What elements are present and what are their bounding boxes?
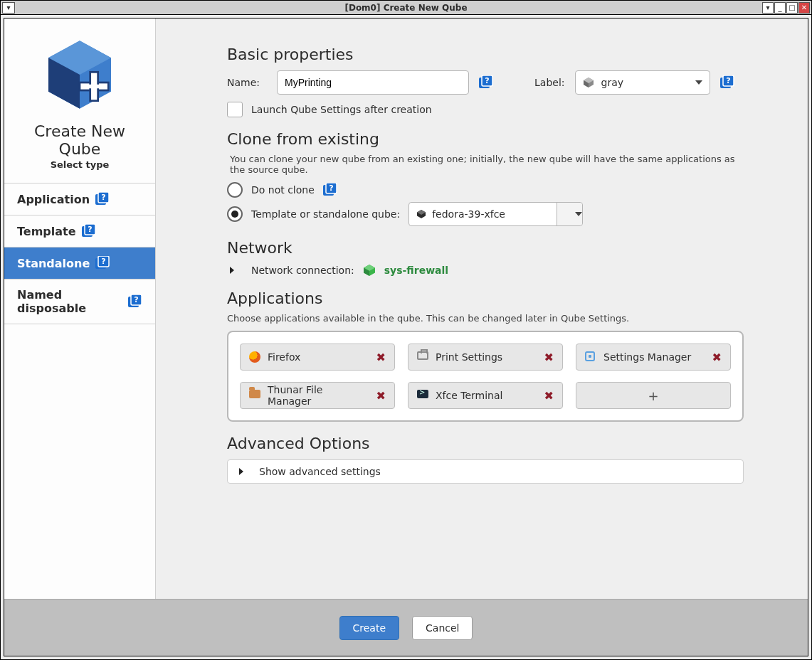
settings-icon xyxy=(585,351,596,363)
apps-heading: Applications xyxy=(227,289,744,307)
dropdown-button[interactable] xyxy=(557,203,582,225)
chevron-down-icon xyxy=(575,212,582,216)
svg-text:?: ? xyxy=(726,76,730,85)
remove-icon[interactable]: ✖ xyxy=(376,389,386,403)
app-chip-settings-manager[interactable]: Settings Manager✖ xyxy=(576,344,731,371)
clone-heading: Clone from existing xyxy=(227,130,744,148)
app-chip-label: Xfce Terminal xyxy=(436,390,502,401)
basic-heading: Basic properties xyxy=(227,46,744,63)
network-label: Network connection: xyxy=(251,265,354,276)
minimize-button[interactable]: _ xyxy=(774,2,786,14)
remove-icon[interactable]: ✖ xyxy=(544,389,554,403)
name-label: Name: xyxy=(227,77,267,88)
app-add-button[interactable]: + xyxy=(576,382,731,409)
window-frame: ▾ [Dom0] Create New Qube ▾ _ □ ✕ xyxy=(0,0,812,660)
shade-button[interactable]: ▾ xyxy=(762,2,774,14)
workspace: Create New Qube Select type Application?… xyxy=(4,18,808,656)
type-item-template[interactable]: Template? xyxy=(4,215,155,247)
app-chip-label: Firefox xyxy=(268,351,300,363)
label-select[interactable]: gray xyxy=(575,70,710,95)
cube-icon xyxy=(416,209,426,219)
sidebar: Create New Qube Select type Application?… xyxy=(4,18,156,599)
close-button[interactable]: ✕ xyxy=(798,2,810,14)
terminal-icon xyxy=(417,390,428,401)
chevron-down-icon xyxy=(695,80,702,85)
remove-icon[interactable]: ✖ xyxy=(712,351,722,364)
help-icon[interactable]: ? xyxy=(128,294,142,309)
radio-checked-icon xyxy=(227,206,243,222)
clone-hint: You can clone your new qube from an exis… xyxy=(230,154,744,175)
print-icon xyxy=(417,351,428,363)
sidebar-title: Create New Qube xyxy=(11,122,148,158)
app-chip-print-settings[interactable]: Print Settings✖ xyxy=(408,344,563,371)
folder-icon xyxy=(249,390,260,401)
content-pane: Basic properties Name: ? Label: gray ? xyxy=(156,18,808,599)
clone-source-value: fedora-39-xfce xyxy=(432,208,505,220)
checkbox-icon xyxy=(227,102,243,117)
help-icon[interactable]: ? xyxy=(720,75,734,90)
svg-rect-6 xyxy=(92,74,96,99)
type-item-application[interactable]: Application? xyxy=(4,183,155,215)
launch-settings-label: Launch Qube Settings after creation xyxy=(251,104,432,115)
svg-text:?: ? xyxy=(88,225,92,234)
svg-text:?: ? xyxy=(329,183,333,193)
type-item-standalone[interactable]: Standalone? xyxy=(4,247,155,280)
clone-none-label: Do not clone xyxy=(251,184,315,196)
titlebar[interactable]: ▾ [Dom0] Create New Qube ▾ _ □ ✕ xyxy=(1,1,811,15)
type-item-named-disposable[interactable]: Named disposable? xyxy=(4,280,155,324)
clone-none-radio[interactable]: Do not clone ? xyxy=(227,182,744,198)
name-input[interactable] xyxy=(277,70,469,95)
window-menu-icon[interactable]: ▾ xyxy=(2,2,15,14)
svg-text:?: ? xyxy=(485,76,489,85)
chevron-right-icon[interactable] xyxy=(227,265,243,275)
advanced-toggle-label: Show advanced settings xyxy=(259,466,381,477)
svg-text:?: ? xyxy=(134,295,138,304)
type-item-label: Standalone xyxy=(17,257,90,270)
sidebar-hero: Create New Qube Select type xyxy=(4,18,155,183)
label-value: gray xyxy=(601,77,624,88)
label-label: Label: xyxy=(534,77,565,88)
footer: Create Cancel xyxy=(4,599,808,656)
app-chip-label: Settings Manager xyxy=(603,351,691,363)
apps-container: Firefox✖Print Settings✖Settings Manager✖… xyxy=(227,331,744,422)
help-icon[interactable]: ? xyxy=(95,256,110,270)
sidebar-subtitle: Select type xyxy=(11,159,148,170)
type-item-label: Named disposable xyxy=(17,288,122,315)
remove-icon[interactable]: ✖ xyxy=(376,351,386,364)
qube-plus-icon xyxy=(41,36,119,114)
advanced-toggle[interactable]: Show advanced settings xyxy=(227,459,744,484)
network-value[interactable]: sys-firewall xyxy=(384,265,448,276)
network-heading: Network xyxy=(227,239,744,257)
type-list: Application?Template?Standalone?Named di… xyxy=(4,183,155,324)
cube-icon xyxy=(583,77,594,88)
app-chip-xfce-terminal[interactable]: Xfce Terminal✖ xyxy=(408,382,563,409)
clone-from-radio[interactable]: Template or standalone qube: fedora-39-x… xyxy=(227,202,744,226)
remove-icon[interactable]: ✖ xyxy=(544,351,554,364)
clone-source-select[interactable]: fedora-39-xfce xyxy=(408,202,583,226)
help-icon[interactable]: ? xyxy=(95,192,110,206)
maximize-button[interactable]: □ xyxy=(786,2,798,14)
svg-text:?: ? xyxy=(101,193,105,202)
app-chip-label: Thunar File Manager xyxy=(268,384,369,407)
clone-from-label: Template or standalone qube: xyxy=(251,208,400,220)
help-icon[interactable]: ? xyxy=(323,183,337,197)
app-chip-firefox[interactable]: Firefox✖ xyxy=(240,344,395,371)
type-item-label: Template xyxy=(17,225,76,238)
svg-text:?: ? xyxy=(102,257,106,266)
radio-icon xyxy=(227,182,243,198)
apps-hint: Choose applications available in the qub… xyxy=(227,313,744,324)
firefox-icon xyxy=(249,351,260,363)
window-title: [Dom0] Create New Qube xyxy=(344,3,467,13)
launch-settings-checkbox[interactable]: Launch Qube Settings after creation xyxy=(227,102,744,117)
create-button[interactable]: Create xyxy=(339,616,400,640)
chevron-right-icon xyxy=(236,467,252,477)
advanced-heading: Advanced Options xyxy=(227,435,744,452)
help-icon[interactable]: ? xyxy=(479,75,493,90)
type-item-label: Application xyxy=(17,193,90,206)
app-chip-label: Print Settings xyxy=(436,351,502,363)
cube-icon xyxy=(363,264,376,277)
help-icon[interactable]: ? xyxy=(82,224,96,238)
app-chip-thunar-file-manager[interactable]: Thunar File Manager✖ xyxy=(240,382,395,409)
cancel-button[interactable]: Cancel xyxy=(412,616,473,640)
